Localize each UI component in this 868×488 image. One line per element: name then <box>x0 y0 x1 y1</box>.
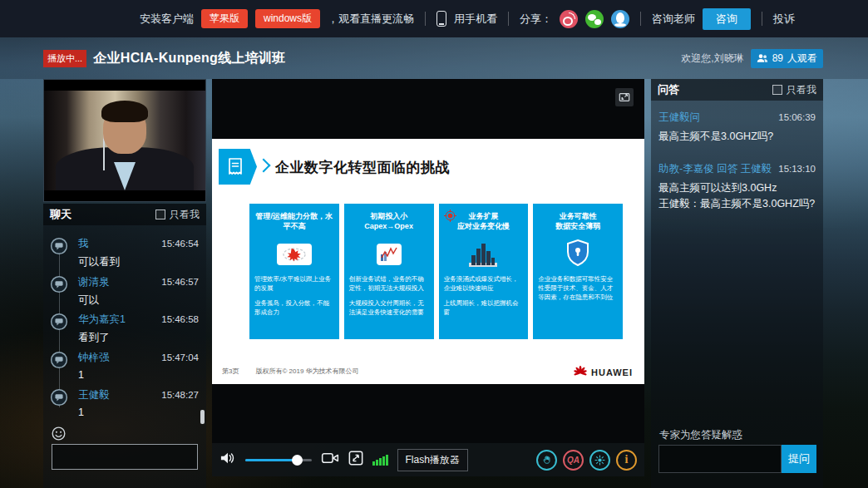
chat-timestamp: 15:48:27 <box>161 390 199 400</box>
qa-header: 问答 只看我 <box>651 79 823 101</box>
share-label: 分享： <box>520 12 552 27</box>
chat-only-me-checkbox[interactable] <box>155 209 165 219</box>
copyright: 版权所有© 2019 华为技术有限公司 <box>255 367 358 376</box>
chat-user-name: 王健毅 <box>78 388 110 402</box>
crosshair-icon <box>444 209 456 224</box>
buildings-icon <box>469 242 497 267</box>
watch-on-mobile-label[interactable]: 用手机看 <box>454 12 497 27</box>
chat-message-text: 看到了 <box>78 331 199 345</box>
chat-scrollbar[interactable] <box>200 410 205 424</box>
chat-timestamp: 15:47:04 <box>161 352 199 362</box>
fullscreen-button[interactable] <box>615 88 634 106</box>
divider <box>425 12 426 26</box>
chat-user-name: 我 <box>78 237 89 251</box>
titlebar: 播放中... 企业HCIA-Kunpeng线上培训班 欢迎您,刘晓琳 89 人观… <box>0 37 868 79</box>
chat-input[interactable] <box>52 444 198 470</box>
qa-message-list: 王健毅问15:06:39 最高主频不是3.0GHZ吗? 助教-李嘉俊 回答 王健… <box>651 101 823 211</box>
apple-version-button[interactable]: 苹果版 <box>201 9 248 28</box>
huawei-logo: HUAWEI <box>573 366 633 379</box>
info-icon[interactable]: i <box>616 450 637 471</box>
chat-message-text: 1 <box>78 407 199 418</box>
swap-screen-icon[interactable] <box>348 451 363 469</box>
install-client-label: 安装客户端 <box>140 12 194 27</box>
complaint-link[interactable]: 投诉 <box>773 12 795 27</box>
chat-header: 聊天 只看我 <box>43 204 206 225</box>
chat-panel: 聊天 只看我 我15:46:54 可以看到 谢清泉15:46:57 可以 华为嘉… <box>43 204 206 488</box>
slide: 企业数字化转型面临的挑战 管理/运维能力分散，水 平不高 管理效率/水平难以跟上… <box>212 139 644 384</box>
qa-question-input[interactable] <box>658 445 782 473</box>
consult-button[interactable]: 咨询 <box>703 8 751 30</box>
divider <box>762 12 762 26</box>
webcam-scene <box>44 91 205 190</box>
slide-title-banner <box>219 149 257 185</box>
welcome-user-label: 欢迎您,刘晓琳 <box>681 52 743 66</box>
chat-message-list: 我15:46:54 可以看到 谢清泉15:46:57 可以 华为嘉宾115:46… <box>43 225 206 433</box>
chat-title: 聊天 <box>50 207 72 222</box>
expand-icon <box>619 91 630 103</box>
huawei-logo-text: HUAWEI <box>591 367 633 377</box>
chat-timestamp: 15:46:54 <box>161 239 199 249</box>
chart-icon <box>377 244 402 265</box>
card-expansion: 业务扩展 应对业务变化慢 业务浪涌式或爆发式增长，企业难以快速响应 上线周期长，… <box>439 204 529 339</box>
viewers-count: 89 <box>772 52 783 64</box>
qa-icon[interactable]: QA <box>563 450 584 471</box>
signal-strength-icon <box>372 455 388 466</box>
chat-message-text: 可以看到 <box>78 255 199 269</box>
chat-message: 王健毅15:48:27 1 <box>50 388 199 426</box>
chat-bubble-avatar-icon <box>50 351 68 372</box>
slide-title: 企业数字化转型面临的挑战 <box>275 158 450 177</box>
card-capex: 初期投入小 Capex→Opex 创新业务试错，业务的不确定性，初期无法大规模投… <box>344 204 434 339</box>
phone-icon <box>436 11 446 27</box>
page-number: 第3页 <box>222 367 239 376</box>
qa-timestamp: 15:13:10 <box>778 164 816 174</box>
qa-message-text: 最高主频可以达到3.0GHz <box>658 181 816 195</box>
topbar: 安装客户端 苹果版 windows版 ，观看直播更流畅 用手机看 分享： 咨询老… <box>0 0 868 37</box>
divider <box>640 12 641 26</box>
qa-only-me-checkbox[interactable] <box>772 85 782 95</box>
qa-only-me-toggle[interactable]: 只看我 <box>772 83 816 97</box>
chat-message: 我15:46:54 可以看到 <box>50 237 199 275</box>
qq-share-icon[interactable] <box>611 10 629 28</box>
wechat-share-icon[interactable] <box>585 10 604 28</box>
webcam-video <box>43 79 206 202</box>
chat-bubble-avatar-icon <box>50 237 68 259</box>
qa-panel: 问答 只看我 王健毅问15:06:39 最高主频不是3.0GHZ吗? 助教-李嘉… <box>651 79 823 488</box>
ask-question-button[interactable]: 提问 <box>782 445 816 473</box>
qa-input-row: 提问 <box>658 445 816 473</box>
chat-bubble-avatar-icon <box>50 388 68 410</box>
volume-slider-thumb[interactable] <box>292 455 303 466</box>
raise-hand-icon[interactable] <box>536 450 557 471</box>
chat-timestamp: 15:46:58 <box>161 314 199 324</box>
playing-status-badge: 播放中... <box>43 50 86 67</box>
document-icon <box>227 157 244 177</box>
qa-message: 助教-李嘉俊 回答 王健毅15:13:10 最高主频可以达到3.0GHz 王健毅… <box>658 162 816 211</box>
qa-user-name: 助教-李嘉俊 回答 王健毅 <box>658 162 772 176</box>
weibo-share-icon[interactable] <box>560 10 578 28</box>
qa-timestamp: 15:06:39 <box>778 112 816 122</box>
volume-slider[interactable] <box>245 459 312 461</box>
chat-only-me-toggle[interactable]: 只看我 <box>155 208 200 222</box>
qa-message: 王健毅问15:06:39 最高主频不是3.0GHZ吗? <box>658 111 816 144</box>
presentation-player: 企业数字化转型面临的挑战 管理/运维能力分散，水 平不高 管理效率/水平难以跟上… <box>212 79 644 443</box>
flash-player-button[interactable]: Flash播放器 <box>397 449 468 471</box>
chat-message: 华为嘉宾115:46:58 看到了 <box>50 313 199 351</box>
consult-teacher-label: 咨询老师 <box>652 12 695 27</box>
chat-bubble-avatar-icon <box>50 275 68 297</box>
burst-icon <box>277 244 312 265</box>
chat-user-name: 钟梓强 <box>78 351 110 365</box>
chat-user-name: 华为嘉宾1 <box>78 313 126 327</box>
windows-version-button[interactable]: windows版 <box>255 9 320 28</box>
speaker-icon[interactable] <box>219 451 236 469</box>
chat-message: 钟梓强15:47:04 1 <box>50 351 199 389</box>
chat-message: 谢清泉15:46:57 可以 <box>50 275 199 313</box>
people-icon <box>757 53 768 63</box>
qa-title: 问答 <box>658 82 679 97</box>
card-reliability: 业务可靠性 数据安全薄弱 企业业务和数据可靠性安全性受限于技术、资金、人才等因素… <box>533 204 623 339</box>
camera-icon[interactable] <box>321 451 339 468</box>
settings-sun-icon[interactable] <box>589 450 610 471</box>
chat-user-name: 谢清泉 <box>78 275 110 289</box>
chat-message-text: 可以 <box>78 293 199 308</box>
emoji-icon[interactable] <box>52 426 66 444</box>
chat-bubble-avatar-icon <box>50 313 68 334</box>
qa-message-text: 最高主频不是3.0GHZ吗? <box>658 130 816 144</box>
